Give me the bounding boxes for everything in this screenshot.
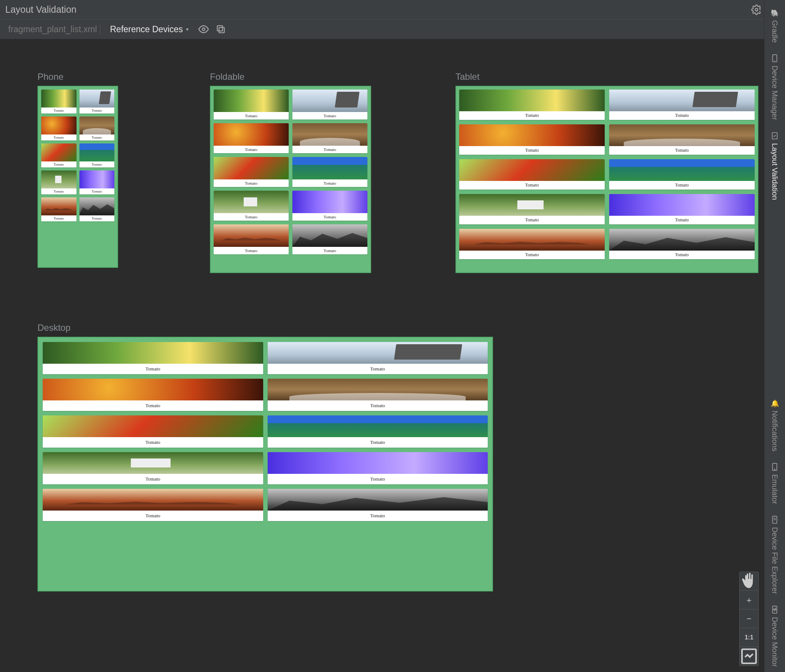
plant-card[interactable]: Tomato (292, 191, 367, 221)
rail-label: Emulator (770, 474, 779, 504)
chevron-down-icon: ▾ (186, 26, 189, 32)
rail-item-gradle[interactable]: 🐘 Gradle (769, 4, 780, 48)
device-label-phone: Phone (38, 72, 124, 82)
plant-card[interactable]: Tomato (267, 342, 488, 374)
plant-image (459, 89, 605, 111)
device-preview-phone: Phone Tomato Tomato Tomato Tomato Tomato… (38, 72, 124, 268)
plant-card[interactable]: Tomato (214, 89, 289, 120)
device-frame-tablet[interactable]: Tomato Tomato Tomato Tomato Tomato Tomat… (455, 86, 758, 273)
plant-image (609, 229, 755, 251)
rail-item-emulator[interactable]: Emulator (769, 457, 780, 510)
device-monitor-icon (770, 605, 779, 614)
plant-name: Tomato (292, 213, 367, 221)
plant-card[interactable]: Tomato (267, 452, 488, 484)
device-frame-foldable[interactable]: Tomato Tomato Tomato Tomato Tomato Tomat… (210, 86, 371, 273)
plant-name: Tomato (80, 215, 115, 221)
plant-image (43, 452, 263, 474)
emulator-icon (770, 463, 779, 471)
plant-card[interactable]: Tomato (41, 170, 77, 195)
device-frame-desktop[interactable]: Tomato Tomato Tomato Tomato Tomato Tomat… (38, 337, 493, 591)
plant-image (267, 379, 488, 401)
plant-name: Tomato (41, 189, 77, 195)
plant-image (80, 89, 115, 108)
plant-card[interactable]: Tomato (43, 379, 263, 411)
plant-card[interactable]: Tomato (609, 124, 755, 155)
plant-card[interactable]: Tomato (43, 489, 263, 521)
plant-image (214, 191, 289, 213)
plant-card[interactable]: Tomato (267, 379, 488, 411)
plant-card[interactable]: Tomato (41, 117, 77, 140)
plant-card[interactable]: Tomato (214, 157, 289, 187)
plant-card[interactable]: Tomato (43, 342, 263, 374)
plant-card[interactable]: Tomato (292, 89, 367, 120)
plant-name: Tomato (41, 134, 77, 140)
plant-name: Tomato (459, 216, 605, 225)
plant-image (80, 117, 115, 134)
plant-card[interactable]: Tomato (459, 124, 605, 155)
rail-item-device-file-explorer[interactable]: Device File Explorer (769, 510, 780, 599)
plant-card[interactable]: Tomato (609, 194, 755, 225)
plant-card[interactable]: Tomato (292, 123, 367, 153)
plant-card[interactable]: Tomato (267, 415, 488, 447)
plant-card[interactable]: Tomato (214, 191, 289, 221)
plant-name: Tomato (609, 216, 755, 225)
right-tool-rail: 🐘 Gradle Device Manager Layout Validatio… (764, 0, 785, 672)
plant-name: Tomato (267, 401, 488, 411)
plant-card[interactable]: Tomato (609, 159, 755, 190)
plant-card[interactable]: Tomato (459, 194, 605, 225)
plant-card[interactable]: Tomato (80, 197, 115, 221)
plant-image (459, 124, 605, 146)
zoom-fit-button[interactable] (740, 647, 758, 666)
plant-name: Tomato (214, 146, 289, 153)
plant-card[interactable]: Tomato (43, 452, 263, 484)
plant-card[interactable]: Tomato (41, 143, 77, 167)
plant-card[interactable]: Tomato (609, 229, 755, 259)
rail-item-layout-validation[interactable]: Layout Validation (769, 126, 780, 205)
plant-image (80, 170, 115, 189)
device-frame-phone[interactable]: Tomato Tomato Tomato Tomato Tomato Tomat… (38, 86, 118, 268)
reference-devices-dropdown[interactable]: Reference Devices ▾ (107, 24, 192, 34)
plant-card[interactable]: Tomato (267, 489, 488, 521)
plant-card[interactable]: Tomato (41, 197, 77, 221)
plant-card[interactable]: Tomato (80, 143, 115, 167)
plant-card[interactable]: Tomato (80, 89, 115, 114)
layout-validation-icon (770, 131, 779, 140)
visibility-icon[interactable] (198, 24, 209, 34)
gear-icon[interactable] (751, 5, 762, 15)
plant-card[interactable]: Tomato (80, 117, 115, 140)
panel-title: Layout Validation (5, 4, 77, 15)
plant-grid: Tomato Tomato Tomato Tomato Tomato Tomat… (43, 342, 488, 521)
plant-card[interactable]: Tomato (459, 159, 605, 190)
svg-point-0 (755, 8, 758, 11)
plant-name: Tomato (267, 437, 488, 447)
plant-image (43, 379, 263, 401)
plant-card[interactable]: Tomato (80, 170, 115, 195)
zoom-actual-button[interactable]: 1:1 (740, 628, 758, 647)
plant-card[interactable]: Tomato (43, 415, 263, 447)
pan-button[interactable] (740, 572, 758, 591)
rail-item-device-monitor[interactable]: Device Monitor (769, 600, 780, 672)
plant-card[interactable]: Tomato (292, 157, 367, 187)
rail-item-notifications[interactable]: 🔔 Notifications (769, 394, 780, 457)
plant-name: Tomato (267, 364, 488, 374)
overlapping-windows-icon[interactable] (216, 24, 226, 34)
plant-card[interactable]: Tomato (41, 89, 77, 114)
rail-label: Device Manager (770, 65, 779, 120)
tab-filename[interactable]: fragment_plant_list.xml (5, 24, 100, 34)
plant-card[interactable]: Tomato (292, 225, 367, 254)
zoom-out-button[interactable]: − (740, 610, 758, 628)
plant-image (43, 415, 263, 437)
plant-name: Tomato (292, 179, 367, 187)
plant-name: Tomato (267, 511, 488, 521)
plant-image (267, 489, 488, 511)
plant-card[interactable]: Tomato (214, 123, 289, 153)
plant-image (292, 89, 367, 112)
plant-card[interactable]: Tomato (459, 89, 605, 120)
plant-card[interactable]: Tomato (459, 229, 605, 259)
plant-card[interactable]: Tomato (609, 89, 755, 120)
zoom-in-button[interactable]: ＋ (740, 591, 758, 610)
rail-item-device-manager[interactable]: Device Manager (769, 49, 780, 125)
preview-canvas[interactable]: Phone Tomato Tomato Tomato Tomato Tomato… (0, 44, 763, 672)
plant-grid: Tomato Tomato Tomato Tomato Tomato Tomat… (214, 89, 367, 254)
plant-card[interactable]: Tomato (214, 225, 289, 254)
